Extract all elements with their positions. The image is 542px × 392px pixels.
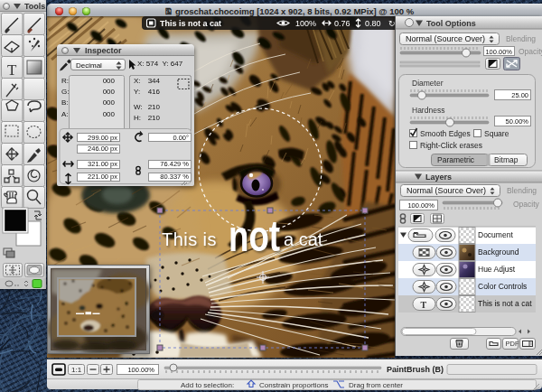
svg-text:Opacity: Opacity — [513, 200, 540, 209]
svg-text:Hardness: Hardness — [412, 106, 444, 115]
svg-text:Right-Click erases: Right-Click erases — [420, 141, 482, 150]
svg-text:Diameter: Diameter — [412, 79, 444, 88]
svg-text:not: not — [229, 212, 280, 260]
svg-text:Hue Adjust: Hue Adjust — [478, 265, 516, 274]
svg-text:Document: Document — [478, 230, 513, 239]
svg-text:Drag from center: Drag from center — [349, 381, 403, 389]
svg-text:Add to selection:: Add to selection: — [181, 381, 234, 389]
svg-text:Blending: Blending — [506, 34, 536, 43]
svg-text:Opacity: Opacity — [519, 47, 542, 56]
svg-text:Parametric: Parametric — [437, 155, 475, 164]
svg-text:↻: ↻ — [388, 19, 395, 28]
svg-text:This is not a cat: This is not a cat — [478, 299, 532, 308]
svg-text:100.00%: 100.00% — [127, 366, 154, 374]
svg-text:T: T — [421, 300, 427, 310]
svg-text:100%: 100% — [295, 19, 316, 28]
svg-text:Smooth Edges: Smooth Edges — [420, 129, 471, 138]
svg-text:Constrain proportions: Constrain proportions — [259, 381, 328, 389]
svg-text:Background: Background — [478, 247, 519, 257]
svg-text:Blending: Blending — [507, 186, 537, 195]
svg-text:Normal (Source Over): Normal (Source Over) — [406, 34, 485, 43]
svg-text:100.00%: 100.00% — [407, 201, 435, 210]
svg-text:Layers: Layers — [425, 173, 452, 182]
svg-text:50.00%: 50.00% — [506, 117, 529, 126]
svg-text:25.00: 25.00 — [511, 91, 528, 99]
svg-text:Square: Square — [484, 129, 509, 138]
svg-text:T: T — [7, 61, 17, 79]
svg-text:a cat: a cat — [284, 229, 323, 249]
svg-text:1:1: 1:1 — [71, 366, 82, 374]
svg-text:This is not a cat: This is not a cat — [160, 19, 221, 28]
svg-text:Bitmap: Bitmap — [494, 155, 519, 164]
svg-text:PDF: PDF — [506, 340, 519, 348]
svg-text:0.80: 0.80 — [365, 19, 381, 28]
svg-text:0.76: 0.76 — [334, 19, 350, 28]
svg-text:Tool Options: Tool Options — [426, 19, 476, 28]
svg-text:This is: This is — [162, 229, 217, 249]
svg-text:100.00%: 100.00% — [485, 48, 512, 56]
svg-text:Normal (Source Over): Normal (Source Over) — [406, 186, 486, 195]
svg-text:PaintBrush (B): PaintBrush (B) — [387, 365, 444, 374]
svg-text:Color Controls: Color Controls — [478, 282, 527, 291]
